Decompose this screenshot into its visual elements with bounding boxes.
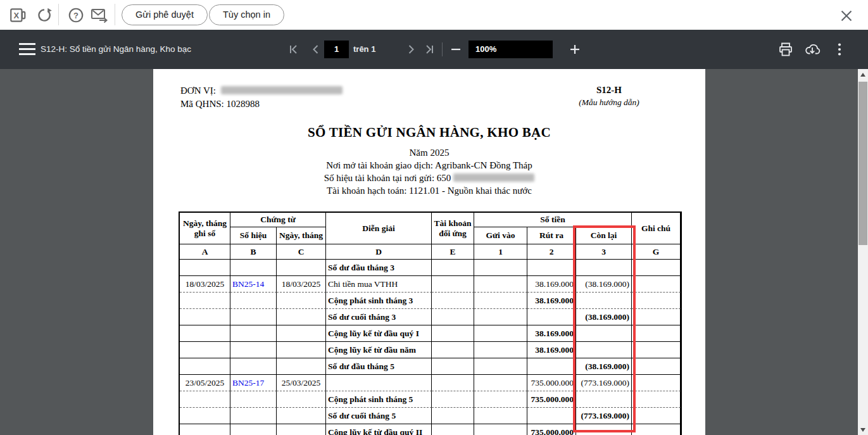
cell-v3 bbox=[576, 325, 632, 342]
col-letter: 1 bbox=[474, 244, 527, 260]
cell-v2 bbox=[527, 358, 576, 375]
document-page: ĐƠN VỊ: Mã QHNS: 1028988 S12-H (Mẫu hướn… bbox=[153, 69, 705, 435]
svg-text:?: ? bbox=[73, 11, 79, 20]
cell-v3: (38.169.000) bbox=[576, 358, 632, 375]
table-row: Cộng phát sinh tháng 5735.000.000 bbox=[180, 391, 681, 408]
vertical-scrollbar[interactable] bbox=[858, 69, 868, 435]
pdf-viewer-toolbar: S12-H: Sổ tiền gửi Ngân hàng, Kho bạc 1 … bbox=[0, 30, 868, 69]
page-number-input[interactable]: 1 bbox=[324, 41, 349, 58]
col-header-description: Diễn giải bbox=[326, 213, 432, 244]
year-line: Năm 2025 bbox=[153, 146, 705, 159]
cell-g bbox=[632, 342, 681, 358]
cell-d: Cộng phát sinh tháng 5 bbox=[326, 391, 432, 408]
col-header-voucher-date: Ngày, tháng bbox=[277, 227, 326, 244]
cell-a bbox=[180, 391, 230, 408]
cell-v1 bbox=[474, 260, 527, 276]
cell-g bbox=[632, 358, 681, 375]
cell-a bbox=[180, 293, 230, 309]
cell-d: Cộng lũy kế từ đầu quý II bbox=[326, 424, 432, 435]
more-options-icon[interactable] bbox=[831, 41, 848, 58]
print-icon[interactable] bbox=[777, 41, 794, 58]
col-header-note: Ghi chú bbox=[632, 213, 681, 244]
cell-c bbox=[277, 260, 326, 276]
cell-v1 bbox=[474, 342, 527, 358]
cell-v2 bbox=[527, 309, 576, 325]
first-page-icon[interactable] bbox=[286, 42, 301, 57]
cell-e bbox=[432, 375, 474, 391]
pdf-viewport: ĐƠN VỊ: Mã QHNS: 1028988 S12-H (Mẫu hướn… bbox=[0, 69, 868, 435]
ledger-table: Ngày, tháng ghi sổ Chứng từ Diễn giải Tà… bbox=[179, 211, 682, 435]
cell-c bbox=[277, 424, 326, 435]
cell-g bbox=[632, 276, 681, 293]
page-count-label: trên 1 bbox=[353, 44, 375, 54]
qhns-line: Mã QHNS: 1028988 bbox=[180, 98, 343, 111]
col-letter: C bbox=[277, 244, 326, 260]
zoom-level-select[interactable]: 100% bbox=[469, 41, 553, 58]
cell-a bbox=[180, 358, 230, 375]
cell-e bbox=[432, 293, 474, 309]
col-letter: 2 bbox=[527, 244, 576, 260]
cell-d: Số dư đầu tháng 3 bbox=[326, 260, 432, 276]
svg-text:X: X bbox=[14, 11, 20, 20]
cell-v1 bbox=[474, 424, 527, 435]
cell-v1 bbox=[474, 293, 527, 309]
cell-g bbox=[632, 325, 681, 342]
table-row: Số dư đầu tháng 5(38.169.000) bbox=[180, 358, 681, 375]
app-window: X ? Gửi phê duyệt bbox=[0, 0, 868, 435]
table-row: Cộng lũy kế từ đầu quý I38.169.000 bbox=[180, 325, 681, 342]
next-page-icon[interactable] bbox=[403, 42, 418, 57]
refresh-icon[interactable] bbox=[35, 6, 53, 24]
zoom-in-icon[interactable] bbox=[567, 42, 582, 57]
cell-e bbox=[432, 408, 474, 424]
scroll-up-icon[interactable] bbox=[858, 69, 868, 80]
table-body: Số dư đầu tháng 318/03/2025BN25-1418/03/… bbox=[180, 260, 681, 435]
cell-d: Cộng phát sinh tháng 3 bbox=[326, 293, 432, 309]
voucher-link[interactable]: BN25-14 bbox=[230, 276, 277, 293]
scrollbar-thumb[interactable] bbox=[859, 82, 867, 245]
cell-v2: 38.169.000 bbox=[527, 293, 576, 309]
voucher-link[interactable]: BN25-17 bbox=[230, 375, 277, 391]
print-options-button[interactable]: Tùy chọn in bbox=[209, 4, 284, 25]
excel-export-icon[interactable]: X bbox=[9, 6, 27, 24]
cell-d: Chi tiền mua VTHH bbox=[326, 276, 432, 293]
cell-v2 bbox=[527, 408, 576, 424]
cell-g bbox=[632, 309, 681, 325]
cell-v1 bbox=[474, 408, 527, 424]
cell-v1 bbox=[474, 358, 527, 375]
send-approval-button[interactable]: Gửi phê duyệt bbox=[122, 4, 208, 25]
cell-v1 bbox=[474, 325, 527, 342]
col-header-contra-account: Tài khoản đối ứng bbox=[432, 213, 474, 244]
last-page-icon[interactable] bbox=[422, 42, 437, 57]
cell-b bbox=[230, 325, 277, 342]
cell-a bbox=[180, 260, 230, 276]
cell-e bbox=[432, 325, 474, 342]
help-icon[interactable]: ? bbox=[67, 6, 85, 24]
cell-a: 18/03/2025 bbox=[180, 276, 230, 293]
cell-a bbox=[180, 424, 230, 435]
redacted-account-number bbox=[453, 173, 534, 182]
cell-b bbox=[230, 309, 277, 325]
account-line: Số hiệu tài khoản tại nơi gửi: 650 bbox=[324, 173, 451, 183]
cell-b bbox=[230, 293, 277, 309]
col-letter: A bbox=[180, 244, 230, 260]
cell-d: Số dư cuối tháng 3 bbox=[326, 309, 432, 325]
cell-v3 bbox=[576, 342, 632, 358]
cell-e bbox=[432, 309, 474, 325]
scroll-down-icon[interactable] bbox=[858, 424, 868, 435]
document-header-left: ĐƠN VỊ: Mã QHNS: 1028988 bbox=[180, 84, 343, 111]
zoom-out-icon[interactable] bbox=[448, 42, 463, 57]
send-email-icon[interactable] bbox=[91, 6, 108, 24]
prev-page-icon[interactable] bbox=[308, 42, 324, 57]
cell-e bbox=[432, 276, 474, 293]
download-icon[interactable] bbox=[804, 41, 821, 58]
cell-d: Cộng lũy kế từ đầu năm bbox=[326, 342, 432, 358]
table-row: 23/05/2025BN25-1725/03/2025735.000.000(7… bbox=[180, 375, 681, 391]
cell-v1 bbox=[474, 276, 527, 293]
cell-c bbox=[277, 358, 326, 375]
cell-v1 bbox=[474, 309, 527, 325]
close-icon[interactable] bbox=[837, 6, 856, 25]
menu-icon[interactable] bbox=[19, 43, 35, 56]
toolbar-separator bbox=[115, 4, 115, 25]
form-code: S12-H bbox=[562, 84, 657, 96]
cell-v2: 38.169.000 bbox=[527, 276, 576, 293]
